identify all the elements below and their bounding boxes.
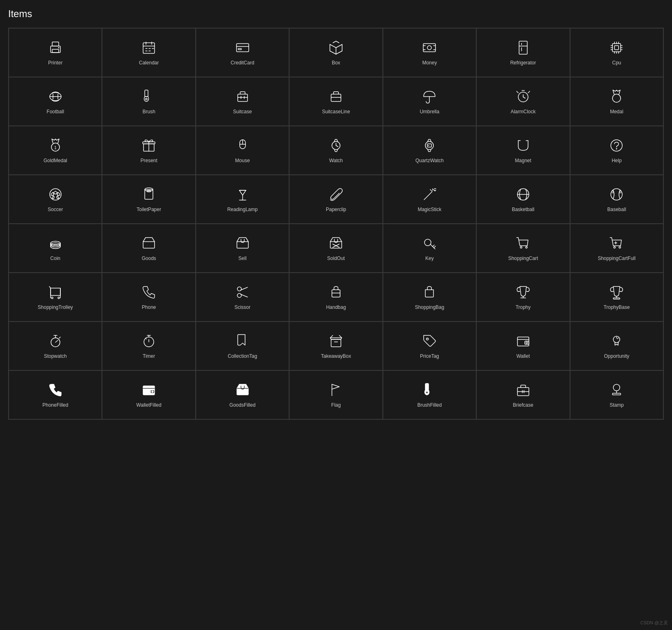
icon-item-trophybase[interactable]: TrophyBase — [570, 273, 663, 322]
icon-item-printer[interactable]: Printer — [9, 28, 102, 77]
icon-item-stopwatch[interactable]: Stopwatch — [9, 322, 102, 370]
umbrella-icon — [421, 88, 438, 105]
icon-item-opportunity[interactable]: Opportunity — [570, 322, 663, 370]
icon-item-collectiontag[interactable]: CollectionTag — [196, 322, 289, 370]
walletfilled-icon — [141, 382, 157, 398]
icon-item-shoppingcart[interactable]: ShoppingCart — [476, 224, 570, 273]
icon-item-takeawaybox[interactable]: TakeawayBox — [289, 322, 382, 370]
icon-item-handbag[interactable]: Handbag — [289, 273, 382, 322]
brush-label: Brush — [142, 109, 155, 115]
phone-label: Phone — [142, 304, 156, 310]
icon-item-shoppingcartfull[interactable]: ShoppingCartFull — [570, 224, 663, 273]
suitcase-label: Suitcase — [233, 109, 252, 115]
icon-item-scissor[interactable]: Scissor — [196, 273, 289, 322]
icon-item-coin[interactable]: Coin — [9, 224, 102, 273]
shoppingbag-icon — [421, 284, 438, 300]
icon-item-wallet[interactable]: Wallet — [476, 322, 570, 370]
svg-point-151 — [526, 342, 528, 344]
icon-item-umbrella[interactable]: Umbrella — [383, 77, 476, 126]
icon-item-goods[interactable]: Goods — [102, 224, 195, 273]
medal-label: Medal — [610, 109, 623, 115]
goods-label: Goods — [141, 256, 156, 261]
icon-item-money[interactable]: Money — [383, 28, 476, 77]
watch-icon — [328, 137, 344, 154]
icon-item-flag[interactable]: Flag — [289, 370, 382, 419]
icon-item-briefcase[interactable]: Briefcase — [476, 370, 570, 419]
svg-point-57 — [612, 94, 621, 102]
icon-item-goldmedal[interactable]: 1 GoldMedal — [9, 126, 102, 175]
svg-marker-80 — [57, 196, 59, 198]
icon-item-phonefilled[interactable]: PhoneFilled — [9, 370, 102, 419]
svg-rect-144 — [331, 339, 341, 347]
baseball-icon — [608, 186, 625, 203]
svg-rect-46 — [238, 94, 248, 101]
icon-item-watch[interactable]: Watch — [289, 126, 382, 175]
pricetag-icon — [421, 333, 438, 349]
icon-item-help[interactable]: Help — [570, 126, 663, 175]
icon-item-suitcase[interactable]: Suitcase — [196, 77, 289, 126]
icon-item-calendar[interactable]: Calendar — [102, 28, 195, 77]
icon-item-quartzwatch[interactable]: QuartzWatch — [383, 126, 476, 175]
icon-item-magicstick[interactable]: MagicStick — [383, 175, 476, 224]
shoppingtrolley-label: ShoppingTrolley — [38, 304, 73, 310]
cpu-label: Cpu — [612, 60, 621, 66]
icon-item-stamp[interactable]: Stamp — [570, 370, 663, 419]
icon-item-readinglamp[interactable]: ReadingLamp — [196, 175, 289, 224]
quartzwatch-label: QuartzWatch — [416, 158, 444, 163]
icon-item-box[interactable]: Box — [289, 28, 382, 77]
icon-item-medal[interactable]: Medal — [570, 77, 663, 126]
goldmedal-icon: 1 — [47, 137, 64, 154]
help-icon — [608, 137, 625, 154]
icon-item-paperclip[interactable]: Paperclip — [289, 175, 382, 224]
goodsfilled-label: GoodsFilled — [230, 402, 256, 408]
icon-item-walletfilled[interactable]: WalletFilled — [102, 370, 195, 419]
icon-item-sell[interactable]: Sell — [196, 224, 289, 273]
icon-item-soccer[interactable]: Soccer — [9, 175, 102, 224]
key-icon — [421, 235, 438, 251]
soldout-icon — [328, 235, 344, 251]
icon-item-toiletpaper[interactable]: ToiletPaper — [102, 175, 195, 224]
svg-rect-122 — [51, 288, 60, 295]
icon-item-creditcard[interactable]: CreditCard — [196, 28, 289, 77]
goods-icon — [141, 235, 157, 251]
icon-item-shoppingbag[interactable]: ShoppingBag — [383, 273, 476, 322]
icon-item-goodsfilled[interactable]: GoodsFilled — [196, 370, 289, 419]
icon-item-phone[interactable]: Phone — [102, 273, 195, 322]
icon-item-brush[interactable]: Brush — [102, 77, 195, 126]
handbag-icon — [328, 284, 344, 300]
shoppingcartfull-label: ShoppingCartFull — [598, 256, 636, 261]
scissor-label: Scissor — [234, 304, 250, 310]
icon-item-cpu[interactable]: Cpu — [570, 28, 663, 77]
icon-item-suitcaseline[interactable]: SuitcaseLine — [289, 77, 382, 126]
icon-item-refrigerator[interactable]: Refrigerator — [476, 28, 570, 77]
icon-item-pricetag[interactable]: PriceTag — [383, 322, 476, 370]
icon-item-present[interactable]: Present — [102, 126, 195, 175]
takeawaybox-icon — [328, 333, 344, 349]
icon-item-baseball[interactable]: Baseball — [570, 175, 663, 224]
icon-item-magnet[interactable]: Magnet — [476, 126, 570, 175]
magicstick-icon — [421, 186, 438, 203]
calendar-icon — [141, 40, 157, 56]
page-title: Items — [8, 8, 664, 20]
pricetag-label: PriceTag — [420, 353, 439, 359]
icon-item-alarmclock[interactable]: AlarmClock — [476, 77, 570, 126]
icon-item-soldout[interactable]: SoldOut — [289, 224, 382, 273]
svg-point-112 — [424, 239, 431, 246]
svg-point-124 — [58, 297, 60, 299]
svg-line-55 — [523, 97, 525, 98]
phone-icon — [141, 284, 157, 300]
icon-item-timer[interactable]: Timer — [102, 322, 195, 370]
icon-item-brushfilled[interactable]: BrushFilled — [383, 370, 476, 419]
svg-line-67 — [336, 145, 338, 147]
icon-item-mouse[interactable]: Mouse — [196, 126, 289, 175]
basketball-icon — [515, 186, 531, 203]
svg-line-114 — [433, 245, 434, 247]
icon-item-basketball[interactable]: Basketball — [476, 175, 570, 224]
icon-item-shoppingtrolley[interactable]: ShoppingTrolley — [9, 273, 102, 322]
magnet-icon — [515, 137, 531, 154]
icon-item-key[interactable]: Key — [383, 224, 476, 273]
svg-rect-2 — [52, 49, 59, 53]
icon-item-trophy[interactable]: Trophy — [476, 273, 570, 322]
icon-item-football[interactable]: Football — [9, 77, 102, 126]
brush-icon — [141, 88, 157, 105]
